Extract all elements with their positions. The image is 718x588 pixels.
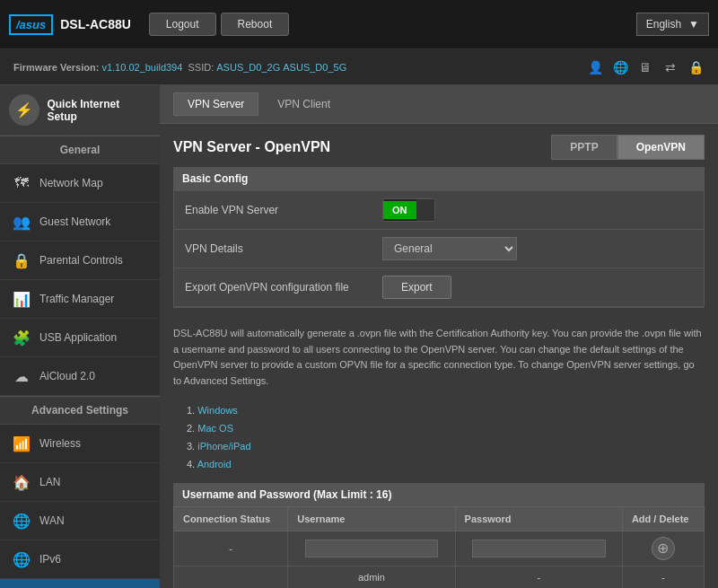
enable-vpn-control: ON bbox=[382, 198, 693, 222]
table-row: admin - - bbox=[174, 566, 705, 588]
sidebar-item-guest-network[interactable]: 👥 Guest Network bbox=[0, 203, 160, 241]
firmware-version[interactable]: v1.10.02_build394 bbox=[101, 62, 182, 73]
sidebar-item-label: Guest Network bbox=[39, 215, 110, 228]
add-user-button[interactable]: ⊕ bbox=[652, 537, 675, 560]
basic-config-section: Basic Config Enable VPN Server ON VPN De… bbox=[173, 167, 705, 308]
sidebar-item-wan[interactable]: 🌐 WAN bbox=[0, 502, 160, 540]
traffic-manager-icon: 📊 bbox=[11, 288, 32, 310]
enable-vpn-row: Enable VPN Server ON bbox=[174, 191, 704, 230]
globe-icon: 🌐 bbox=[611, 58, 629, 76]
network-map-icon: 🗺 bbox=[11, 172, 32, 194]
description-links: 1. Windows 2. Mac OS 3. iPhone/iPad 4. A… bbox=[160, 398, 718, 482]
pptp-tab[interactable]: PPTP bbox=[551, 135, 617, 160]
row2-action: - bbox=[622, 566, 704, 588]
sidebar-item-vpn[interactable]: 🔗 VPN bbox=[0, 579, 160, 588]
col-password: Password bbox=[455, 506, 622, 531]
col-username: Username bbox=[288, 506, 455, 531]
password-input[interactable] bbox=[472, 540, 606, 557]
export-button[interactable]: Export bbox=[382, 276, 451, 299]
sidebar-item-label: AiCloud 2.0 bbox=[39, 370, 95, 382]
wan-icon: 🌐 bbox=[11, 510, 32, 531]
vpn-details-label: VPN Details bbox=[185, 242, 382, 255]
export-config-row: Export OpenVPN configuration file Export bbox=[174, 268, 704, 307]
row1-action: ⊕ bbox=[622, 531, 704, 566]
general-section-label: General bbox=[0, 136, 160, 164]
username-input[interactable] bbox=[305, 540, 439, 557]
macos-link[interactable]: Mac OS bbox=[197, 423, 233, 434]
tab-vpn-server[interactable]: VPN Server bbox=[173, 92, 258, 116]
logout-button[interactable]: Logout bbox=[149, 13, 216, 36]
sidebar-item-label: Network Map bbox=[39, 177, 103, 189]
sidebar-item-aicloud[interactable]: ☁ AiCloud 2.0 bbox=[0, 357, 160, 396]
ssid-5g[interactable]: ASUS_D0_5G bbox=[283, 62, 346, 73]
main-layout: ⚡ Quick Internet Setup General 🗺 Network… bbox=[0, 85, 718, 588]
sidebar-item-label: Traffic Manager bbox=[39, 293, 114, 305]
vpn-details-row: VPN Details General bbox=[174, 230, 704, 268]
sidebar-item-traffic-manager[interactable]: 📊 Traffic Manager bbox=[0, 280, 160, 319]
sidebar-item-parental-controls[interactable]: 🔒 Parental Controls bbox=[0, 241, 160, 280]
export-config-control: Export bbox=[382, 276, 693, 299]
toggle-on-label: ON bbox=[383, 201, 416, 219]
android-link[interactable]: Android bbox=[197, 459, 232, 470]
table-header-row: Connection Status Username Password Add … bbox=[174, 506, 705, 531]
usb-icon: ⇄ bbox=[661, 58, 679, 76]
ssid-2g[interactable]: ASUS_D0_2G bbox=[216, 62, 280, 73]
table-row: - ⊕ bbox=[174, 531, 705, 566]
row2-username: admin bbox=[288, 566, 455, 588]
user-password-section: Username and Password (Max Limit : 16) C… bbox=[173, 483, 705, 588]
row1-username-cell bbox=[288, 531, 455, 566]
header: /asus DSL-AC88U Logout Reboot English ▼ bbox=[0, 0, 718, 49]
header-buttons: Logout Reboot bbox=[149, 13, 289, 36]
brand: /asus DSL-AC88U bbox=[9, 14, 131, 35]
lan-icon: 🏠 bbox=[11, 471, 32, 493]
vpn-details-control: General bbox=[382, 237, 693, 260]
quick-setup-icon: ⚡ bbox=[9, 94, 39, 126]
openvpn-tab[interactable]: OpenVPN bbox=[617, 135, 705, 160]
sidebar-item-label: Wireless bbox=[39, 437, 81, 450]
sidebar-item-label: USB Application bbox=[39, 331, 117, 344]
lock-icon: 🔒 bbox=[687, 58, 705, 76]
iphone-link[interactable]: iPhone/iPad bbox=[197, 441, 250, 452]
sidebar-item-label: WAN bbox=[39, 514, 65, 527]
link-iphone: 3. iPhone/iPad bbox=[187, 438, 705, 456]
quick-setup-label: Quick Internet Setup bbox=[47, 98, 151, 123]
row1-status: - bbox=[174, 531, 288, 566]
guest-network-icon: 👥 bbox=[11, 211, 32, 233]
user-password-header: Username and Password (Max Limit : 16) bbox=[173, 483, 705, 506]
status-icons: 👤 🌐 🖥 ⇄ 🔒 bbox=[586, 58, 705, 76]
tab-vpn-client[interactable]: VPN Client bbox=[263, 92, 345, 116]
description-text: DSL-AC88U will automatically generate a … bbox=[160, 317, 718, 398]
sidebar: ⚡ Quick Internet Setup General 🗺 Network… bbox=[0, 85, 160, 588]
row2-status bbox=[174, 566, 288, 588]
content-area: VPN Server VPN Client VPN Server - OpenV… bbox=[160, 85, 718, 588]
protocol-tabs: PPTP OpenVPN bbox=[551, 135, 705, 160]
sidebar-item-label: IPv6 bbox=[39, 553, 61, 566]
quick-internet-setup[interactable]: ⚡ Quick Internet Setup bbox=[0, 85, 160, 136]
sidebar-item-label: LAN bbox=[39, 476, 60, 488]
sidebar-item-ipv6[interactable]: 🌐 IPv6 bbox=[0, 540, 160, 579]
vpn-details-select[interactable]: General bbox=[382, 237, 517, 260]
col-connection-status: Connection Status bbox=[174, 506, 288, 531]
link-macos: 2. Mac OS bbox=[187, 420, 705, 438]
language-selector[interactable]: English ▼ bbox=[636, 13, 709, 36]
user-status-icon: 👤 bbox=[586, 58, 604, 76]
user-password-table: Connection Status Username Password Add … bbox=[173, 506, 705, 588]
sidebar-item-usb-application[interactable]: 🧩 USB Application bbox=[0, 319, 160, 357]
wireless-icon: 📶 bbox=[11, 433, 32, 454]
network-icon: 🖥 bbox=[636, 58, 654, 76]
sidebar-item-lan[interactable]: 🏠 LAN bbox=[0, 463, 160, 502]
ipv6-icon: 🌐 bbox=[11, 549, 32, 570]
chevron-down-icon: ▼ bbox=[688, 18, 699, 31]
aicloud-icon: ☁ bbox=[11, 365, 32, 387]
model-name: DSL-AC88U bbox=[60, 17, 131, 31]
ssid-label: SSID: bbox=[188, 62, 214, 73]
vpn-toggle[interactable]: ON bbox=[382, 198, 435, 222]
sidebar-item-network-map[interactable]: 🗺 Network Map bbox=[0, 164, 160, 203]
firmware-label: Firmware Version: bbox=[13, 62, 99, 73]
row1-password-cell bbox=[455, 531, 622, 566]
windows-link[interactable]: Windows bbox=[197, 405, 238, 416]
row2-password: - bbox=[455, 566, 622, 588]
sidebar-item-wireless[interactable]: 📶 Wireless bbox=[0, 425, 160, 463]
basic-config-body: Enable VPN Server ON VPN Details General bbox=[173, 190, 705, 308]
reboot-button[interactable]: Reboot bbox=[221, 13, 290, 36]
